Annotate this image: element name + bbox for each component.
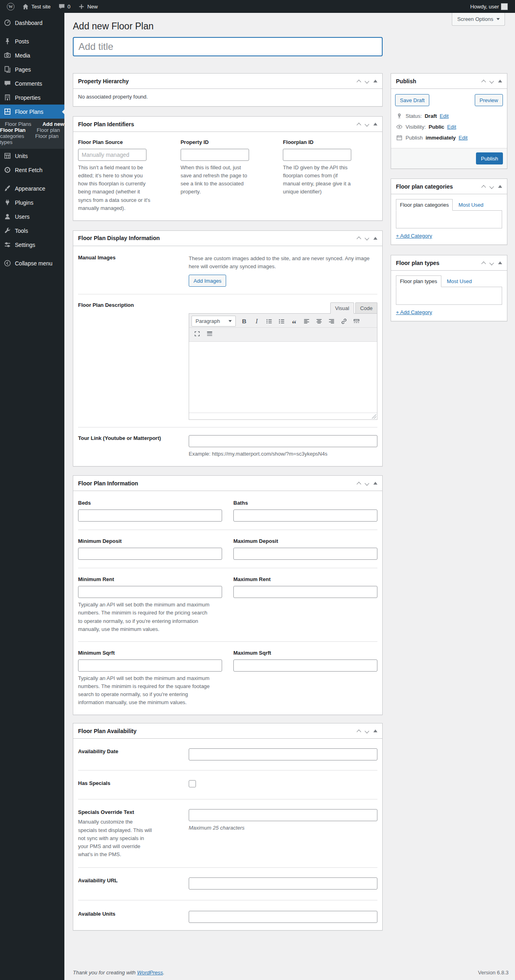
tab-most-used[interactable]: Most Used — [447, 276, 472, 287]
resize-grip-icon[interactable] — [371, 414, 376, 419]
save-draft-button[interactable]: Save Draft — [395, 94, 429, 106]
sidebar-item-settings[interactable]: Settings — [0, 238, 64, 252]
edit-publish-time-link[interactable]: Edit — [459, 135, 468, 141]
toggle-panel-icon[interactable] — [498, 80, 502, 82]
toggle-panel-icon[interactable] — [373, 482, 377, 485]
toggle-panel-icon[interactable] — [498, 261, 502, 264]
move-up-icon[interactable] — [481, 261, 486, 266]
tab-all-categories[interactable]: Floor plan categories — [396, 199, 453, 211]
add-type-link[interactable]: + Add Category — [396, 309, 432, 315]
availability-url-input[interactable] — [189, 877, 377, 890]
bullet-list-button[interactable] — [264, 316, 275, 327]
floor-plan-source-input[interactable] — [78, 149, 146, 161]
edit-visibility-link[interactable]: Edit — [447, 124, 456, 130]
publish-button[interactable]: Publish — [476, 152, 503, 164]
italic-button[interactable]: I — [251, 316, 262, 327]
numbered-list-button[interactable] — [276, 316, 287, 327]
sidebar-item-users[interactable]: Users — [0, 210, 64, 224]
baths-input[interactable] — [233, 510, 377, 522]
tab-all-types[interactable]: Floor plan types — [396, 275, 441, 287]
box-title: Floor plan types — [396, 260, 439, 266]
move-up-icon[interactable] — [481, 185, 486, 189]
move-down-icon[interactable] — [489, 261, 494, 265]
post-title-input[interactable] — [73, 37, 383, 56]
sidebar-item-posts[interactable]: Posts — [0, 34, 64, 48]
minimum-deposit-input[interactable] — [78, 548, 222, 560]
maximum-sqrft-input[interactable] — [233, 659, 377, 672]
adminbar-new-link[interactable]: New — [74, 0, 101, 13]
screen-options-button[interactable]: Screen Options — [452, 13, 505, 26]
user-icon — [4, 213, 11, 220]
menu-separator — [0, 177, 64, 181]
align-left-button[interactable] — [301, 316, 312, 327]
move-up-icon[interactable] — [356, 729, 361, 734]
move-down-icon[interactable] — [365, 122, 369, 126]
beds-input[interactable] — [78, 510, 222, 522]
sidebar-item-comments[interactable]: Comments — [0, 76, 64, 90]
toggle-panel-icon[interactable] — [373, 729, 377, 732]
sidebar-item-floor-plans[interactable]: Floor Plans — [0, 105, 64, 119]
floorplan-id-input[interactable] — [283, 149, 351, 161]
visual-tab[interactable]: Visual — [330, 302, 354, 314]
types-list-panel[interactable] — [396, 287, 502, 305]
move-up-icon[interactable] — [356, 237, 361, 241]
edit-status-link[interactable]: Edit — [440, 113, 449, 119]
read-more-tag-button[interactable] — [351, 316, 362, 327]
available-units-input[interactable] — [189, 911, 377, 923]
sidebar-item-media[interactable]: Media — [0, 48, 64, 62]
code-tab[interactable]: Code — [355, 302, 377, 314]
move-up-icon[interactable] — [356, 80, 361, 84]
toggle-panel-icon[interactable] — [373, 123, 377, 125]
maximum-deposit-input[interactable] — [233, 548, 377, 560]
specials-override-input[interactable] — [189, 809, 377, 821]
move-down-icon[interactable] — [365, 729, 369, 733]
insert-link-button[interactable] — [338, 316, 350, 327]
availability-date-input[interactable] — [189, 748, 377, 760]
move-up-icon[interactable] — [481, 80, 486, 84]
add-category-link[interactable]: + Add Category — [396, 233, 432, 239]
minimum-rent-input[interactable] — [78, 586, 222, 598]
align-center-button[interactable] — [313, 316, 325, 327]
blockquote-button[interactable]: “ — [288, 316, 300, 327]
preview-button[interactable]: Preview — [475, 94, 503, 106]
sidebar-item-dashboard[interactable]: Dashboard — [0, 16, 64, 30]
move-down-icon[interactable] — [489, 184, 494, 189]
has-specials-checkbox[interactable] — [189, 780, 196, 787]
paragraph-format-select[interactable]: Paragraph — [192, 316, 236, 327]
sidebar-item-plugins[interactable]: Plugins — [0, 195, 64, 210]
fullscreen-button[interactable] — [192, 329, 203, 339]
move-down-icon[interactable] — [365, 79, 369, 83]
move-up-icon[interactable] — [356, 123, 361, 127]
sidebar-item-tools[interactable]: Tools — [0, 224, 64, 238]
toggle-panel-icon[interactable] — [498, 185, 502, 188]
maximum-rent-input[interactable] — [233, 586, 377, 598]
move-down-icon[interactable] — [365, 236, 369, 240]
sidebar-item-appearance[interactable]: Appearance — [0, 181, 64, 195]
move-up-icon[interactable] — [356, 482, 361, 486]
sidebar-item-collapse-menu[interactable]: Collapse menu — [0, 256, 64, 270]
sidebar-item-properties[interactable]: Properties — [0, 90, 64, 105]
toggle-panel-icon[interactable] — [373, 80, 377, 82]
align-right-button[interactable] — [326, 316, 337, 327]
categories-list-panel[interactable] — [396, 210, 502, 228]
adminbar-site-link[interactable]: Test site — [18, 0, 54, 13]
move-down-icon[interactable] — [365, 481, 369, 485]
wordpress-menu[interactable]: W — [3, 0, 18, 13]
wordpress-link[interactable]: WordPress — [137, 970, 163, 976]
editor-content-area[interactable] — [189, 342, 377, 413]
adminbar-comments-link[interactable]: 0 — [54, 0, 74, 13]
sidebar-item-rent-fetch[interactable]: Rent Fetch — [0, 163, 64, 177]
eye-icon — [396, 123, 403, 130]
toolbar-toggle-button[interactable] — [204, 329, 215, 339]
adminbar-howdy-link[interactable]: Howdy, user — [469, 0, 509, 13]
bold-button[interactable]: B — [239, 316, 250, 327]
property-id-input[interactable] — [181, 149, 249, 161]
move-down-icon[interactable] — [489, 79, 494, 83]
toggle-panel-icon[interactable] — [373, 237, 377, 240]
tab-most-used[interactable]: Most Used — [458, 199, 483, 210]
tour-link-input[interactable] — [189, 435, 377, 447]
sidebar-item-units[interactable]: Units — [0, 149, 64, 163]
add-images-button[interactable]: Add Images — [189, 275, 226, 287]
minimum-sqrft-input[interactable] — [78, 659, 222, 672]
sidebar-item-pages[interactable]: Pages — [0, 62, 64, 76]
